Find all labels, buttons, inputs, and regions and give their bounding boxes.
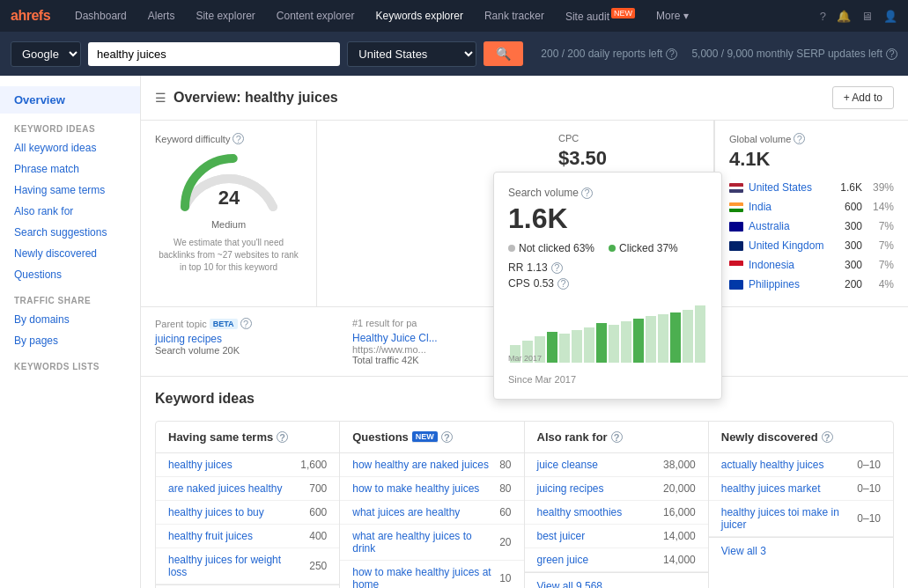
ki-num: 1,600	[300, 459, 327, 471]
flag-uk	[729, 241, 743, 251]
ki-num: 10	[499, 572, 511, 584]
ki-link[interactable]: green juice	[537, 554, 657, 566]
parent-topic-link[interactable]: juicing recipes	[155, 333, 331, 345]
mini-bar-chart: Mar 2017	[508, 297, 707, 367]
country-us[interactable]: United States	[749, 181, 826, 194]
ki-num: 0–10	[857, 482, 881, 495]
ki-link[interactable]: healthy fruit juices	[168, 530, 302, 542]
view-all-also-rank[interactable]: View all 9,568	[525, 572, 708, 588]
ki-link[interactable]: healthy smoothies	[537, 506, 657, 518]
country-uk[interactable]: United Kingdom	[749, 239, 826, 252]
search-input[interactable]	[88, 42, 340, 66]
overview-title: Overview: healthy juices	[173, 90, 338, 106]
sidebar-item-having-same-terms[interactable]: Having same terms	[0, 180, 140, 201]
kd-description: We estimate that you'll need backlinks f…	[155, 237, 302, 274]
newly-discovered-info[interactable]: ?	[822, 431, 833, 443]
ki-header-newly-discovered: Newly discovered ?	[709, 422, 893, 453]
nav-site-audit[interactable]: Site auditNEW	[562, 9, 639, 23]
view-all-newly-discovered[interactable]: View all 3	[709, 537, 893, 564]
clicked-stat: Clicked 37%	[609, 242, 678, 254]
sidebar-item-newly-discovered[interactable]: Newly discovered	[0, 243, 140, 264]
ki-link[interactable]: how to make healthy juices at home	[352, 566, 492, 588]
user-icon[interactable]: 👤	[883, 10, 897, 23]
ki-link[interactable]: healthy juices to buy	[168, 506, 302, 518]
ki-link[interactable]: healthy juices toi make in juicer	[721, 506, 851, 531]
daily-reports-info[interactable]: ?	[666, 48, 677, 60]
sidebar-tab-overview[interactable]: Overview	[0, 86, 140, 114]
search-bar: Google Bing United States United Kingdom…	[0, 32, 908, 76]
sidebar-section-keyword-ideas: KEYWORD IDEAS	[0, 114, 140, 137]
sv-info-icon[interactable]: ?	[581, 187, 593, 199]
same-terms-info[interactable]: ?	[277, 431, 288, 443]
ki-link[interactable]: what juices are healthy	[352, 506, 492, 518]
vol-uk: 300	[831, 239, 862, 252]
ki-link[interactable]: how healthy are naked juices	[352, 459, 492, 471]
ki-row: healthy fruit juices 400	[156, 525, 339, 548]
nav-content-explorer[interactable]: Content explorer	[273, 10, 358, 22]
monthly-serp-stat: 5,000 / 9,000 monthly SERP updates left …	[691, 48, 897, 60]
cps-info-icon[interactable]: ?	[557, 278, 569, 290]
parent-topic-search-vol: Search volume 20K	[155, 345, 331, 356]
nav-site-explorer[interactable]: Site explorer	[192, 10, 258, 22]
top-nav: ahrefs Dashboard Alerts Site explorer Co…	[0, 0, 908, 32]
nav-more[interactable]: More ▾	[653, 10, 692, 22]
ki-row: what are healthy juices to drink 20	[340, 525, 523, 561]
country-select[interactable]: United States United Kingdom Australia	[347, 41, 476, 67]
ki-link[interactable]: healthy juices for weight loss	[168, 554, 302, 578]
sidebar-item-by-pages[interactable]: By pages	[0, 330, 140, 351]
nav-alerts[interactable]: Alerts	[144, 10, 179, 22]
kd-info-icon[interactable]: ?	[233, 133, 244, 144]
country-in[interactable]: India	[749, 201, 826, 213]
hamburger-icon[interactable]: ☰	[155, 91, 166, 105]
sidebar-item-by-domains[interactable]: By domains	[0, 309, 140, 330]
not-clicked-stat: Not clicked 63%	[508, 242, 594, 254]
parent-topic-section: Parent topic BETA ? juicing recipes Sear…	[155, 318, 331, 365]
country-id[interactable]: Indonesia	[749, 259, 826, 271]
ki-link[interactable]: juice cleanse	[537, 459, 657, 471]
svg-text:24: 24	[218, 187, 240, 209]
nav-dashboard[interactable]: Dashboard	[71, 10, 130, 22]
parent-topic-info[interactable]: ?	[240, 318, 252, 329]
serp-updates-info[interactable]: ?	[886, 48, 897, 60]
search-button[interactable]: 🔍	[484, 41, 523, 66]
pct-us: 39%	[867, 181, 894, 194]
ki-num: 0–10	[857, 459, 881, 471]
ki-link[interactable]: how to make healthy juices	[352, 482, 492, 495]
nav-rank-tracker[interactable]: Rank tracker	[481, 10, 548, 22]
sidebar-item-all-keyword-ideas[interactable]: All keyword ideas	[0, 137, 140, 158]
engine-select[interactable]: Google Bing	[11, 41, 81, 67]
ki-link[interactable]: healthy juices market	[721, 482, 851, 495]
view-all-same-terms[interactable]: View all 938	[156, 584, 339, 588]
ki-link[interactable]: are naked juices healthy	[168, 482, 302, 495]
global-volume-value: 4.1K	[729, 148, 894, 171]
sidebar-item-questions[interactable]: Questions	[0, 264, 140, 285]
rr-info-icon[interactable]: ?	[551, 262, 563, 274]
questions-info[interactable]: ?	[441, 431, 453, 443]
ki-link[interactable]: what are healthy juices to drink	[352, 530, 492, 555]
ki-link[interactable]: best juicer	[537, 530, 657, 542]
also-rank-info[interactable]: ?	[611, 431, 623, 443]
ki-link[interactable]: healthy juices	[168, 459, 293, 471]
keyword-ideas-grid: Having same terms ? healthy juices 1,600…	[155, 421, 894, 588]
global-volume-info[interactable]: ?	[794, 133, 805, 144]
nav-keywords-explorer[interactable]: Keywords explorer	[373, 10, 467, 22]
svg-rect-15	[683, 310, 693, 363]
sidebar-item-search-suggestions[interactable]: Search suggestions	[0, 222, 140, 243]
sidebar-item-phrase-match[interactable]: Phrase match	[0, 158, 140, 180]
ki-num: 20,000	[663, 482, 696, 495]
ki-num: 80	[499, 459, 511, 471]
svg-rect-4	[547, 332, 557, 363]
sidebar-item-also-rank-for[interactable]: Also rank for	[0, 201, 140, 222]
ki-row: what juices are healthy 60	[340, 501, 523, 525]
country-au[interactable]: Australia	[749, 220, 826, 232]
kd-label: Keyword difficulty ?	[155, 133, 302, 144]
ki-link[interactable]: juicing recipes	[537, 482, 657, 495]
kd-medium-label: Medium	[155, 219, 302, 230]
bell-icon[interactable]: 🔔	[837, 10, 851, 23]
help-icon[interactable]: ?	[820, 10, 826, 23]
ki-header-same-terms: Having same terms ?	[156, 422, 339, 453]
monitor-icon[interactable]: 🖥	[861, 10, 873, 23]
add-to-button[interactable]: + Add to	[832, 86, 894, 109]
ki-link[interactable]: actually healthy juices	[721, 459, 851, 471]
country-ph[interactable]: Philippines	[749, 278, 826, 290]
